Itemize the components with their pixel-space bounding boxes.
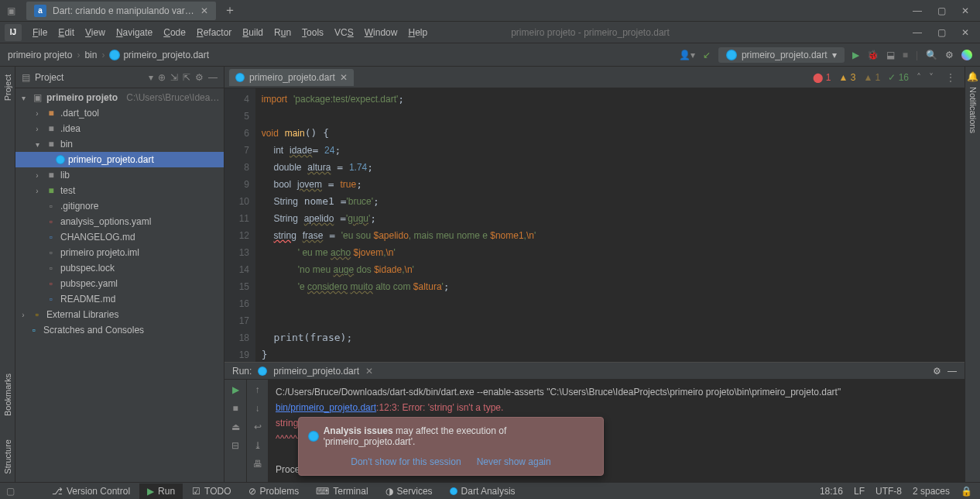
code-editor[interactable]: 45678910111213141516171819 import 'packa… (224, 88, 965, 362)
collapse-all-icon[interactable]: ⇱ (183, 72, 190, 83)
browser-tab[interactable]: a Dart: criando e manipulando var… ✕ (26, 2, 216, 20)
menu-build[interactable]: Build (238, 24, 268, 41)
close-tab-icon[interactable]: ✕ (200, 5, 208, 16)
sb-tab-terminal[interactable]: ⌨Terminal (308, 484, 375, 499)
sb-tab-problems[interactable]: ⊘Problems (241, 484, 307, 499)
close-run-tab-icon[interactable]: ✕ (365, 366, 373, 377)
tree-item[interactable]: README.md (60, 294, 115, 305)
structure-tool-tab[interactable]: Structure (3, 439, 12, 474)
breadcrumb-folder[interactable]: bin (84, 50, 97, 60)
editor-tab[interactable]: primeiro_projeto.dart ✕ (229, 69, 354, 86)
coverage-button[interactable]: ⬓ (886, 50, 895, 60)
breadcrumb[interactable]: primeiro projeto › bin › primeiro_projet… (8, 50, 209, 60)
select-opened-icon[interactable]: ⊕ (158, 72, 166, 83)
code-area[interactable]: import 'package:test/expect.dart'; void … (255, 88, 965, 362)
ide-maximize-icon[interactable]: ▢ (937, 27, 946, 38)
panel-settings-icon[interactable]: ⚙ (195, 72, 204, 83)
notifications-tool-tab[interactable]: Notifications (968, 87, 978, 133)
menu-view[interactable]: View (81, 24, 110, 41)
tree-item[interactable]: primeiro projeto.iml (60, 247, 139, 258)
ide-close-icon[interactable]: ✕ (961, 27, 969, 38)
minimize-icon[interactable]: — (913, 5, 922, 16)
tree-item[interactable]: .dart_tool (60, 108, 99, 119)
bookmarks-tool-tab[interactable]: Bookmarks (3, 373, 12, 416)
menu-vcs[interactable]: VCS (330, 24, 358, 41)
marketplace-icon[interactable] (961, 50, 972, 60)
run-config-select[interactable]: primeiro_projeto.dart ▾ (718, 47, 845, 63)
inspection-widget[interactable]: ⬤ 1 ▲ 3 ▲ 1 ✓ 16 ˄˅ (813, 72, 941, 83)
close-window-icon[interactable]: ✕ (961, 5, 969, 16)
cursor-pos[interactable]: 18:16 (820, 486, 843, 497)
sb-tab-dart[interactable]: Dart Analysis (442, 484, 523, 499)
tree-item[interactable]: bin (60, 139, 73, 150)
stop-button[interactable]: ■ (903, 50, 908, 60)
run-settings-icon[interactable]: ⚙ (933, 366, 941, 377)
ide-logo-icon[interactable]: IJ (5, 24, 22, 41)
menu-navigate[interactable]: Navigate (111, 24, 157, 41)
search-icon[interactable]: 🔍 (926, 50, 937, 60)
tree-item[interactable]: pubspec.yaml (60, 278, 118, 289)
tree-item[interactable]: CHANGELOG.md (60, 232, 135, 243)
sb-tab-run[interactable]: ▶Run (139, 484, 183, 499)
exit-icon[interactable]: ⏏ (231, 422, 240, 432)
user-icon[interactable]: 👤▾ (679, 50, 695, 60)
breadcrumb-root[interactable]: primeiro projeto (8, 50, 72, 60)
menu-file[interactable]: File (28, 24, 52, 41)
menu-edit[interactable]: Edit (53, 24, 79, 41)
editor-menu-icon[interactable]: ⋮ (941, 72, 960, 83)
breadcrumb-file[interactable]: primeiro_projeto.dart (123, 50, 209, 60)
sb-tab-vcs[interactable]: ⎇Version Control (44, 484, 138, 499)
menu-tools[interactable]: Tools (297, 24, 328, 41)
scroll-icon[interactable]: ⤓ (254, 440, 262, 451)
notifications-bell-icon[interactable]: 🔔 (967, 71, 978, 82)
popup-never-show[interactable]: Never show again (477, 456, 551, 467)
maximize-icon[interactable]: ▢ (937, 5, 946, 16)
run-hide-icon[interactable]: — (947, 366, 957, 377)
tree-item[interactable]: test (60, 185, 75, 196)
down-icon[interactable]: ↓ (255, 403, 260, 414)
tree-file-selected[interactable]: primeiro_projeto.dart (68, 154, 154, 165)
wrap-icon[interactable]: ↩ (254, 422, 262, 432)
sb-tab-services[interactable]: ◑Services (378, 484, 440, 499)
indent[interactable]: 2 spaces (913, 486, 950, 497)
ide-minimize-icon[interactable]: — (913, 27, 922, 38)
menu-refactor[interactable]: Refactor (192, 24, 236, 41)
menu-code[interactable]: Code (159, 24, 190, 41)
encoding[interactable]: UTF-8 (875, 486, 902, 497)
tree-root[interactable]: primeiro projeto (46, 92, 118, 103)
stop-icon[interactable]: ■ (232, 403, 238, 414)
print-icon[interactable]: 🖶 (253, 459, 262, 470)
line-sep[interactable]: LF (854, 486, 865, 497)
expand-all-icon[interactable]: ⇲ (170, 72, 178, 83)
tree-item[interactable]: lib (60, 170, 70, 181)
panel-hide-icon[interactable]: — (208, 72, 218, 83)
panel-dropdown-icon[interactable]: ▾ (149, 72, 153, 83)
tree-item[interactable]: analysis_options.yaml (60, 216, 151, 227)
sb-tab-todo[interactable]: ☑TODO (184, 484, 238, 499)
tool-windows-icon[interactable]: ▢ (0, 486, 21, 497)
new-tab-button[interactable]: ＋ (224, 2, 236, 19)
menu-window[interactable]: Window (360, 24, 403, 41)
console-link[interactable]: bin/primeiro_projeto.dart (276, 402, 376, 413)
run-button[interactable]: ▶ (852, 50, 859, 60)
tree-item[interactable]: Scratches and Consoles (43, 325, 144, 336)
restore-tabs-icon[interactable]: ▣ (5, 5, 17, 17)
project-tree[interactable]: ▾▣primeiro projeto C:\Users\Bruce\Idea… … (15, 88, 224, 482)
lock-icon[interactable]: 🔒 (961, 486, 972, 497)
rerun-icon[interactable]: ▶ (232, 384, 239, 395)
tree-item[interactable]: .idea (60, 123, 81, 134)
tree-item[interactable]: pubspec.lock (60, 263, 115, 274)
tree-item[interactable]: External Libraries (46, 309, 118, 320)
project-tool-tab[interactable]: Project (3, 74, 12, 101)
menu-run[interactable]: Run (269, 24, 296, 41)
layout-icon[interactable]: ⊟ (231, 440, 239, 451)
menu-help[interactable]: Help (403, 24, 432, 41)
vcs-update-icon[interactable]: ↙ (703, 50, 711, 60)
tree-item[interactable]: .gitignore (60, 201, 98, 212)
terminal-icon: ⌨ (316, 486, 329, 497)
settings-icon[interactable]: ⚙ (945, 50, 954, 60)
popup-dont-show-session[interactable]: Don't show for this session (351, 456, 461, 467)
debug-button[interactable]: 🐞 (867, 50, 879, 60)
up-icon[interactable]: ↑ (255, 384, 260, 395)
close-tab-icon[interactable]: ✕ (340, 72, 348, 83)
